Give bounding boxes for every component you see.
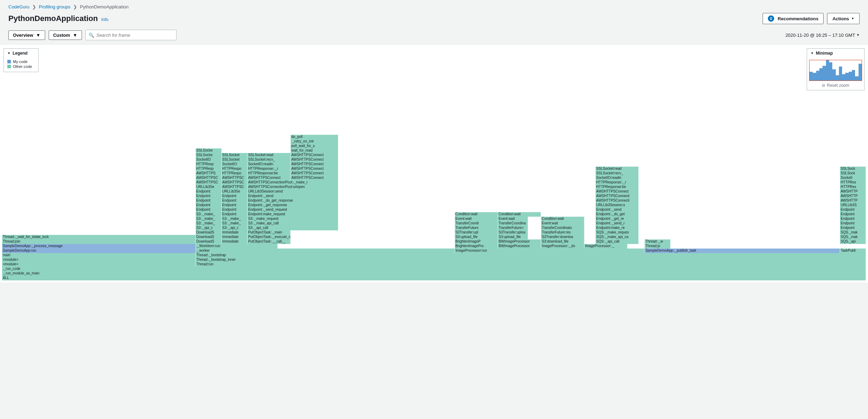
- flame-frame[interactable]: Thread:run: [196, 262, 866, 267]
- flame-frame[interactable]: AWSHTTPSConnectionPool:urlopen: [248, 185, 338, 189]
- flame-frame[interactable]: AWSHTTPSConnect: [291, 171, 338, 176]
- flame-frame[interactable]: AWSHTTPSConnecti: [596, 198, 639, 203]
- flame-frame[interactable]: Endpoint: [840, 208, 866, 212]
- flame-frame[interactable]: DownloadS: [196, 239, 222, 244]
- flame-frame[interactable]: Thread:._wait_for_tstate_lock: [2, 235, 196, 239]
- flame-frame[interactable]: URLLib3Se: [222, 189, 248, 194]
- flame-frame[interactable]: Immediate: [222, 235, 248, 239]
- flame-frame[interactable]: S3Transfer:upl: [455, 230, 498, 235]
- flame-frame[interactable]: do_poll: [291, 135, 338, 139]
- flame-frame[interactable]: SSLSocket:recv_: [248, 158, 291, 162]
- flame-frame[interactable]: HTTPResponse:._r: [596, 180, 639, 185]
- flame-frame[interactable]: ImageProcessor:._do: [541, 244, 584, 249]
- flame-frame[interactable]: S3:._make_: [196, 212, 222, 217]
- flame-frame[interactable]: SampleDemoApp:run: [2, 249, 196, 253]
- flame-frame[interactable]: TaskPubli: [840, 249, 866, 253]
- flame-frame[interactable]: Endpoint:._send_request: [248, 208, 338, 212]
- flame-frame[interactable]: SQS._mak: [840, 230, 866, 235]
- flame-frame[interactable]: BrightenImagePro: [455, 244, 498, 249]
- flame-frame[interactable]: HTTPResp: [196, 162, 222, 167]
- flame-frame[interactable]: S3Transfer:downloa: [541, 235, 584, 239]
- flame-frame[interactable]: wait_for_read: [291, 148, 338, 153]
- flame-frame[interactable]: S3:._make_: [222, 217, 248, 221]
- flame-frame[interactable]: SQS:._make_api_ca: [596, 235, 639, 239]
- flame-frame[interactable]: Endpoint: [840, 221, 866, 226]
- flame-frame[interactable]: Endpoint:: [222, 194, 248, 198]
- flame-frame[interactable]: URLLib3S: [840, 203, 866, 208]
- flame-frame[interactable]: <module>: [2, 258, 196, 262]
- flame-frame[interactable]: AWSHTTP: [840, 189, 866, 194]
- flame-frame[interactable]: Endpoint:: [196, 194, 222, 198]
- flame-frame[interactable]: AWSHTTPSConnectionPool:._make_r: [248, 180, 338, 185]
- flame-frame[interactable]: Immediate: [222, 230, 248, 235]
- flame-frame[interactable]: S3:._api_call: [248, 226, 338, 230]
- flame-frame[interactable]: SSLSocke: [196, 153, 222, 158]
- flame-frame[interactable]: S3:._api_c: [196, 226, 222, 230]
- flame-frame[interactable]: SampleDemoApp:._process_message: [2, 244, 196, 249]
- flame-frame[interactable]: ALL: [2, 276, 866, 280]
- flame-frame[interactable]: Endpoint:._send: [248, 194, 338, 198]
- flame-frame[interactable]: Condition:wait: [541, 217, 584, 221]
- flame-frame[interactable]: S3:._make_: [196, 221, 222, 226]
- flame-frame[interactable]: SQS._api: [840, 239, 866, 244]
- breadcrumb-profiling-groups[interactable]: Profiling groups: [39, 4, 70, 9]
- flame-frame[interactable]: Thread:join: [2, 239, 196, 244]
- flame-graph[interactable]: ALL._run_module_as_main._run_code<module…: [2, 135, 866, 280]
- flame-frame[interactable]: AWSHTTP: [840, 198, 866, 203]
- flame-frame[interactable]: Thread:jo: [645, 244, 671, 249]
- flame-frame[interactable]: HTTPResp: [196, 167, 222, 171]
- flame-frame[interactable]: main: [2, 253, 196, 258]
- flame-frame[interactable]: S3:._api_c: [222, 226, 248, 230]
- flame-frame[interactable]: Immediate: [222, 239, 248, 244]
- flame-frame[interactable]: Endpoint:: [196, 203, 222, 208]
- flame-frame[interactable]: SQS:._make_reques: [596, 230, 639, 235]
- flame-frame[interactable]: S3:._make_request: [248, 217, 338, 221]
- flame-frame[interactable]: Endpoint:: [222, 203, 248, 208]
- flame-frame[interactable]: Endpoint:: [222, 208, 248, 212]
- time-range-selector[interactable]: 2020-11-20 @ 16:25 – 17:10 GMT ▼: [785, 33, 860, 38]
- flame-frame[interactable]: Endpoint:._send_r: [596, 221, 639, 226]
- flame-frame[interactable]: Event:wait: [455, 217, 498, 221]
- flame-frame[interactable]: HTTPRes: [840, 180, 866, 185]
- flame-frame[interactable]: SSLSock: [840, 167, 866, 171]
- flame-frame[interactable]: SQS._mak: [840, 235, 866, 239]
- flame-frame[interactable]: AWSHTTP: [840, 194, 866, 198]
- flame-frame[interactable]: Endpoint:._get_response: [248, 203, 338, 208]
- flame-frame[interactable]: Endpoint:._send: [596, 208, 639, 212]
- flame-frame[interactable]: Endpoint: [840, 226, 866, 230]
- flame-frame[interactable]: ImageProcessor:._: [584, 244, 627, 249]
- flame-frame[interactable]: BrightenImageP: [455, 239, 498, 244]
- flame-frame[interactable]: SocketIO:: [222, 162, 248, 167]
- flame-frame[interactable]: AWSHTTPS: [196, 171, 222, 176]
- flame-frame[interactable]: S3:upload_file: [455, 235, 498, 239]
- flame-frame[interactable]: SSLSock: [840, 171, 866, 176]
- flame-frame[interactable]: Endpoint:._do_get: [596, 212, 639, 217]
- flame-frame[interactable]: URLLib3Session:send: [248, 189, 338, 194]
- flame-frame[interactable]: TransferFuture: [455, 226, 498, 230]
- flame-frame[interactable]: Endpoint:: [222, 198, 248, 203]
- flame-frame[interactable]: Endpoint:: [222, 212, 248, 217]
- flame-frame[interactable]: Thread:._w: [645, 239, 671, 244]
- flame-frame[interactable]: Event:wait: [541, 221, 584, 226]
- flame-frame[interactable]: AWSHTTPSC: [222, 176, 248, 180]
- flame-frame[interactable]: AWSHTTPSConnecti: [596, 194, 639, 198]
- flame-frame[interactable]: Condition:wait: [498, 212, 541, 217]
- flame-frame[interactable]: ._worker: [196, 249, 455, 253]
- actions-button[interactable]: Actions ▼: [827, 13, 860, 24]
- flame-frame[interactable]: SSLSocket: [222, 153, 248, 158]
- recommendations-button[interactable]: 0 Recommendations: [763, 13, 824, 24]
- flame-frame[interactable]: Endpoint:make_re: [596, 226, 639, 230]
- flame-frame[interactable]: SSLSocket:recv_: [596, 171, 639, 176]
- flame-frame[interactable]: SampleDemoApp:._publish_task: [645, 249, 840, 253]
- flame-frame[interactable]: TransferFuture:r: [498, 226, 528, 230]
- flame-frame[interactable]: PutObjectTask:._execute_main: [248, 235, 291, 239]
- flame-frame[interactable]: TransferCoordinato: [541, 226, 584, 230]
- flame-frame[interactable]: TransferFuture:res: [541, 230, 584, 235]
- flame-frame[interactable]: AWSHTTPSC: [222, 185, 248, 189]
- flame-frame[interactable]: ImageProcessor:run: [455, 249, 645, 253]
- breadcrumb-codeguru[interactable]: CodeGuru: [8, 4, 29, 9]
- flame-frame[interactable]: SSLSocke: [196, 148, 222, 153]
- overview-dropdown[interactable]: Overview ▼: [8, 30, 45, 40]
- flame-frame[interactable]: SocketIO:readin: [596, 176, 639, 180]
- flame-frame[interactable]: Condition:wait: [455, 212, 498, 217]
